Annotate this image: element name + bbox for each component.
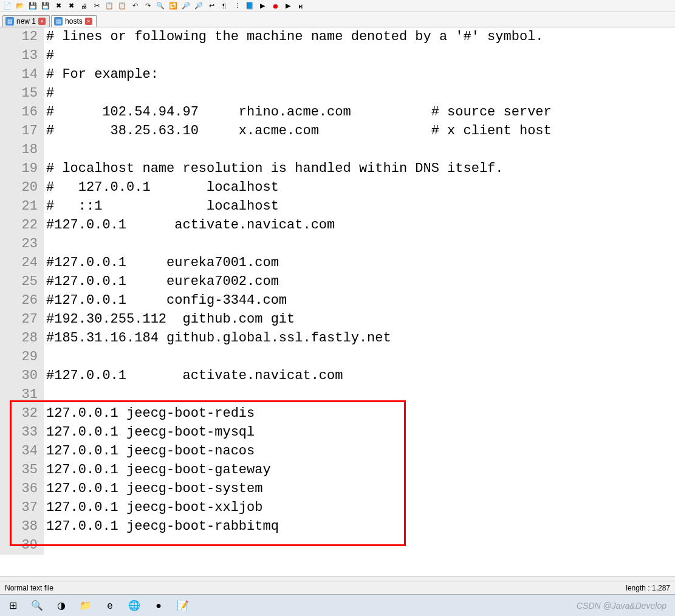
- line-number: 29: [0, 347, 44, 366]
- line-content[interactable]: #127.0.0.1 eureka7002.com: [44, 272, 279, 291]
- code-line[interactable]: 26#127.0.0.1 config-3344.com: [0, 291, 675, 310]
- play-icon[interactable]: ▶: [283, 1, 293, 11]
- undo-icon[interactable]: ↶: [130, 1, 140, 11]
- line-content[interactable]: 127.0.0.1 jeecg-boot-rabbitmq: [44, 517, 279, 536]
- code-line[interactable]: 21# ::1 localhost: [0, 197, 675, 216]
- code-line[interactable]: 33127.0.0.1 jeecg-boot-mysql: [0, 423, 675, 442]
- code-line[interactable]: 19# localhost name resolution is handled…: [0, 159, 675, 178]
- edge-icon[interactable]: 🌐: [124, 597, 145, 615]
- line-number: 15: [0, 84, 44, 103]
- copilot-icon[interactable]: ◑: [51, 597, 72, 615]
- zoom-out-icon[interactable]: 🔎: [194, 1, 204, 11]
- close-icon[interactable]: ✖: [53, 1, 63, 11]
- copy-icon[interactable]: 📋: [105, 1, 114, 11]
- lang-icon[interactable]: 📘: [245, 1, 255, 11]
- line-content[interactable]: # localhost name resolution is handled w…: [44, 159, 504, 178]
- line-content[interactable]: # 38.25.63.10 x.acme.com # x client host: [44, 121, 552, 140]
- line-content[interactable]: 127.0.0.1 jeecg-boot-mysql: [44, 423, 255, 442]
- line-content[interactable]: 127.0.0.1 jeecg-boot-system: [44, 479, 262, 498]
- show-chars-icon[interactable]: ¶: [219, 1, 229, 11]
- code-line[interactable]: 24#127.0.0.1 eureka7001.com: [0, 253, 675, 272]
- save-icon[interactable]: 💾: [28, 1, 38, 11]
- tab-new-1[interactable]: ▤new 1×: [2, 15, 50, 27]
- line-content[interactable]: # For example:: [44, 65, 159, 84]
- find-icon[interactable]: 🔍: [156, 1, 165, 11]
- code-line[interactable]: 16# 102.54.94.97 rhino.acme.com # source…: [0, 103, 675, 121]
- tab-hosts[interactable]: ▤hosts×: [51, 15, 97, 27]
- line-content[interactable]: [44, 347, 46, 366]
- open-folder-icon[interactable]: 📂: [15, 1, 25, 11]
- new-file-icon[interactable]: 📄: [2, 1, 12, 11]
- status-length: length : 1,287: [626, 584, 670, 592]
- code-line[interactable]: 38127.0.0.1 jeecg-boot-rabbitmq: [0, 517, 675, 536]
- code-line[interactable]: 34127.0.0.1 jeecg-boot-nacos: [0, 442, 675, 460]
- code-line[interactable]: 20# 127.0.0.1 localhost: [0, 178, 675, 197]
- line-content[interactable]: [44, 536, 46, 555]
- line-content[interactable]: #127.0.0.1 activate.navicat.com: [44, 366, 343, 385]
- line-content[interactable]: 127.0.0.1 jeecg-boot-xxljob: [44, 498, 262, 517]
- notepadpp-icon[interactable]: 📝: [173, 597, 193, 615]
- code-line[interactable]: 15#: [0, 84, 675, 103]
- line-number: 20: [0, 178, 44, 197]
- code-line[interactable]: 35127.0.0.1 jeecg-boot-gateway: [0, 460, 675, 479]
- zoom-in-icon[interactable]: 🔎: [181, 1, 191, 11]
- paste-icon[interactable]: 📋: [117, 1, 127, 11]
- wrap-icon[interactable]: ↩: [207, 1, 216, 11]
- chrome-icon[interactable]: ●: [148, 597, 169, 615]
- code-line[interactable]: 29: [0, 347, 675, 366]
- save-all-icon[interactable]: 💾: [41, 1, 50, 11]
- line-content[interactable]: 127.0.0.1 jeecg-boot-gateway: [44, 460, 271, 479]
- line-content[interactable]: #: [44, 46, 54, 65]
- code-line[interactable]: 25#127.0.0.1 eureka7002.com: [0, 272, 675, 291]
- code-line[interactable]: 27#192.30.255.112 github.com git: [0, 310, 675, 329]
- line-number: 13: [0, 46, 44, 65]
- line-content[interactable]: #: [44, 84, 54, 103]
- macro-icon[interactable]: ⏯: [296, 1, 306, 11]
- code-line[interactable]: 18: [0, 140, 675, 159]
- indent-guide-icon[interactable]: ⋮: [232, 1, 242, 11]
- cut-icon[interactable]: ✂: [92, 1, 101, 11]
- code-line[interactable]: 37127.0.0.1 jeecg-boot-xxljob: [0, 498, 675, 517]
- toolbar: 📄📂💾💾✖✖🖨✂📋📋↶↷🔍🔁🔎🔎↩¶⋮📘▶⏺▶⏯: [0, 0, 675, 12]
- code-line[interactable]: 32127.0.0.1 jeecg-boot-redis: [0, 404, 675, 423]
- code-line[interactable]: 12# lines or following the machine name …: [0, 27, 675, 46]
- line-content[interactable]: #185.31.16.184 github.global.ssl.fastly.…: [44, 329, 391, 347]
- record-icon[interactable]: ⏺: [270, 1, 280, 11]
- search-icon[interactable]: 🔍: [27, 597, 47, 615]
- code-line[interactable]: 36127.0.0.1 jeecg-boot-system: [0, 479, 675, 498]
- line-content[interactable]: 127.0.0.1 jeecg-boot-redis: [44, 404, 255, 423]
- code-line[interactable]: 23: [0, 234, 675, 253]
- redo-icon[interactable]: ↷: [143, 1, 152, 11]
- line-content[interactable]: #192.30.255.112 github.com git: [44, 310, 295, 329]
- line-content[interactable]: #127.0.0.1 activate.navicat.com: [44, 216, 335, 234]
- run-icon[interactable]: ▶: [258, 1, 267, 11]
- line-content[interactable]: [44, 140, 46, 159]
- close-tab-icon[interactable]: ×: [38, 18, 46, 25]
- start-icon[interactable]: ⊞: [2, 597, 23, 615]
- line-content[interactable]: [44, 385, 46, 404]
- code-line[interactable]: 14# For example:: [0, 65, 675, 84]
- close-tab-icon[interactable]: ×: [85, 18, 92, 25]
- code-line[interactable]: 22#127.0.0.1 activate.navicat.com: [0, 216, 675, 234]
- replace-icon[interactable]: 🔁: [168, 1, 178, 11]
- code-line[interactable]: 31: [0, 385, 675, 404]
- code-line[interactable]: 30#127.0.0.1 activate.navicat.com: [0, 366, 675, 385]
- code-line[interactable]: 13#: [0, 46, 675, 65]
- file-explorer-icon[interactable]: 📁: [75, 597, 96, 615]
- close-all-icon[interactable]: ✖: [66, 1, 76, 11]
- ie-icon[interactable]: e: [100, 597, 120, 615]
- windows-taskbar: ⊞🔍◑📁e🌐●📝 CSDN @Java&Develop: [0, 594, 675, 616]
- code-line[interactable]: 17# 38.25.63.10 x.acme.com # x client ho…: [0, 121, 675, 140]
- editor-area[interactable]: 12# lines or following the machine name …: [0, 27, 675, 576]
- line-content[interactable]: # lines or following the machine name de…: [44, 27, 544, 46]
- line-content[interactable]: #127.0.0.1 config-3344.com: [44, 291, 287, 310]
- line-content[interactable]: # ::1 localhost: [44, 197, 279, 216]
- line-content[interactable]: # 127.0.0.1 localhost: [44, 178, 279, 197]
- print-icon[interactable]: 🖨: [79, 1, 89, 11]
- line-content[interactable]: #127.0.0.1 eureka7001.com: [44, 253, 279, 272]
- code-line[interactable]: 28#185.31.16.184 github.global.ssl.fastl…: [0, 329, 675, 347]
- line-content[interactable]: 127.0.0.1 jeecg-boot-nacos: [44, 442, 255, 460]
- line-content[interactable]: [44, 234, 46, 253]
- code-line[interactable]: 39: [0, 536, 675, 555]
- line-content[interactable]: # 102.54.94.97 rhino.acme.com # source s…: [44, 103, 552, 121]
